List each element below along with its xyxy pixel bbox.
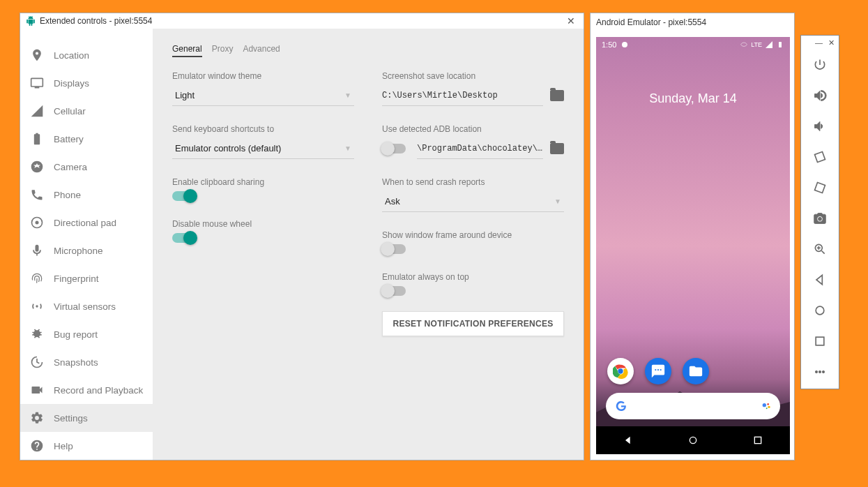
home-button[interactable] xyxy=(801,295,839,326)
theme-select[interactable]: Light▼ xyxy=(172,85,354,106)
svg-point-7 xyxy=(763,403,766,407)
svg-rect-14 xyxy=(815,183,825,193)
mouse-label: Disable mouse wheel xyxy=(172,219,354,229)
sidebar-item-camera[interactable]: Camera xyxy=(20,153,153,181)
minimize-button[interactable]: — xyxy=(815,38,823,47)
zoom-button[interactable] xyxy=(801,234,839,264)
settings-icon xyxy=(30,411,44,425)
volume-down-button[interactable] xyxy=(801,111,839,142)
sidebar-item-battery[interactable]: Battery xyxy=(20,125,153,153)
home-button[interactable] xyxy=(687,435,699,446)
sidebar-item-sensors[interactable]: Virtual sensors xyxy=(20,292,153,320)
svg-point-22 xyxy=(815,370,817,373)
bug-icon xyxy=(30,327,44,341)
svg-point-2 xyxy=(36,305,38,307)
sidebar-item-phone[interactable]: Phone xyxy=(20,181,153,209)
tab-advanced[interactable]: Advanced xyxy=(243,44,280,57)
adb-path[interactable]: \ProgramData\chocolatey\… xyxy=(417,138,543,159)
files-app-icon[interactable] xyxy=(683,358,709,384)
svg-point-3 xyxy=(622,42,627,47)
sidebar-item-label: Phone xyxy=(54,190,81,200)
fingerprint-icon xyxy=(30,271,44,285)
sidebar-item-label: Virtual sensors xyxy=(54,301,116,312)
android-icon xyxy=(26,16,36,26)
sidebar-item-cellular[interactable]: Cellular xyxy=(20,97,153,125)
sidebar-item-bugreport[interactable]: Bug report xyxy=(20,320,153,348)
phone-icon xyxy=(30,188,44,202)
close-button[interactable]: ✕ xyxy=(564,15,578,27)
sidebar-item-fingerprint[interactable]: Fingerprint xyxy=(20,264,153,292)
sidebar-item-record[interactable]: Record and Playback xyxy=(20,376,153,404)
svg-rect-13 xyxy=(815,152,825,163)
sidebar-item-label: Cellular xyxy=(54,106,86,117)
ontop-toggle[interactable] xyxy=(382,286,406,296)
help-icon xyxy=(30,439,44,453)
more-button[interactable] xyxy=(801,357,839,387)
svg-point-8 xyxy=(767,403,769,405)
rotate-left-button[interactable] xyxy=(801,142,839,172)
assistant-icon xyxy=(761,400,772,412)
back-button[interactable] xyxy=(623,435,634,446)
folder-icon[interactable] xyxy=(550,90,564,101)
svg-point-24 xyxy=(822,370,824,373)
mouse-toggle[interactable] xyxy=(172,233,196,243)
caret-down-icon: ▼ xyxy=(344,144,351,152)
dpad-icon xyxy=(30,216,44,230)
update-icon xyxy=(620,40,629,49)
adb-toggle[interactable] xyxy=(382,144,406,153)
volume-up-button[interactable] xyxy=(801,80,839,111)
emulator-titlebar[interactable]: Android Emulator - pixel:5554 xyxy=(591,13,794,31)
folder-icon[interactable] xyxy=(550,143,564,154)
signal-icon xyxy=(765,40,773,49)
frame-label: Show window frame around device xyxy=(382,230,564,240)
location-icon xyxy=(30,48,44,62)
record-icon xyxy=(30,383,44,397)
ontop-label: Emulator always on top xyxy=(382,272,564,282)
sidebar-item-microphone[interactable]: Microphone xyxy=(20,237,153,264)
extended-controls-titlebar[interactable]: Extended controls - pixel:5554 ✕ xyxy=(20,13,584,29)
tab-proxy[interactable]: Proxy xyxy=(212,44,234,57)
sidebar-item-label: Displays xyxy=(54,78,89,89)
sidebar-item-label: Location xyxy=(54,50,89,61)
sidebar-item-label: Bug report xyxy=(54,329,98,340)
rotate-right-button[interactable] xyxy=(801,172,839,203)
caret-down-icon: ▼ xyxy=(344,91,351,99)
sidebar-item-settings[interactable]: Settings xyxy=(20,404,153,432)
svg-point-6 xyxy=(618,368,623,373)
eye-icon xyxy=(740,40,748,49)
power-button[interactable] xyxy=(801,50,839,80)
sidebar-item-displays[interactable]: Displays xyxy=(20,69,153,97)
sidebar: Location Displays Cellular Battery Camer… xyxy=(20,29,153,460)
sidebar-item-location[interactable]: Location xyxy=(20,41,153,69)
messages-app-icon[interactable] xyxy=(645,358,671,384)
svg-rect-21 xyxy=(816,337,824,345)
frame-toggle[interactable] xyxy=(382,244,406,254)
google-search-bar[interactable] xyxy=(606,393,780,419)
screenshot-path[interactable]: C:\Users\Mirtle\Desktop xyxy=(382,85,543,106)
overview-button[interactable] xyxy=(801,326,839,357)
sidebar-item-help[interactable]: Help xyxy=(20,432,153,460)
sidebar-item-dpad[interactable]: Directional pad xyxy=(20,209,153,237)
screenshot-button[interactable] xyxy=(801,203,839,234)
sidebar-item-snapshots[interactable]: Snapshots xyxy=(20,348,153,376)
theme-label: Emulator window theme xyxy=(172,71,354,81)
svg-point-11 xyxy=(690,437,696,443)
clipboard-toggle[interactable] xyxy=(172,191,196,201)
svg-rect-12 xyxy=(754,437,761,443)
back-button[interactable] xyxy=(801,264,839,295)
phone-screen[interactable]: 1:50 LTE Sunday, Mar 14 xyxy=(596,37,790,454)
shortcuts-label: Send keyboard shortcuts to xyxy=(172,124,354,134)
status-time: 1:50 xyxy=(602,40,616,49)
chrome-app-icon[interactable] xyxy=(607,358,634,384)
svg-line-17 xyxy=(822,251,825,254)
android-nav-bar xyxy=(596,426,790,454)
window-title: Extended controls - pixel:5554 xyxy=(40,16,152,26)
reset-button[interactable]: RESET NOTIFICATION PREFERENCES xyxy=(382,311,564,336)
window-title: Android Emulator - pixel:5554 xyxy=(596,17,706,27)
crash-select[interactable]: Ask▼ xyxy=(382,191,564,212)
close-button[interactable]: ✕ xyxy=(828,38,835,47)
tab-general[interactable]: General xyxy=(172,44,202,57)
overview-button[interactable] xyxy=(752,435,763,446)
extended-controls-window: Extended controls - pixel:5554 ✕ Locatio… xyxy=(20,13,584,460)
shortcuts-select[interactable]: Emulator controls (default)▼ xyxy=(172,138,354,159)
